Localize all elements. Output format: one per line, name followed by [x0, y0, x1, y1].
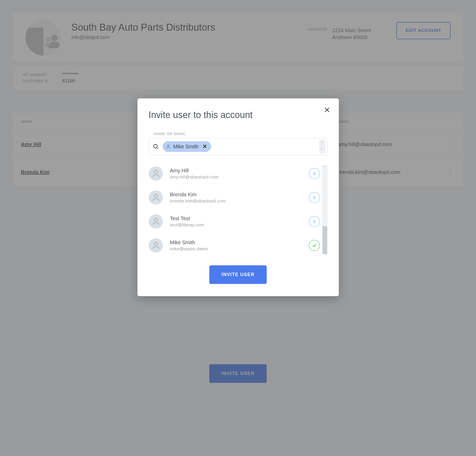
svg-point-6 [154, 194, 157, 198]
user-name: Brenda Kim [170, 192, 226, 198]
invite-user-submit-button[interactable]: INVITE USER [209, 265, 267, 284]
add-user-button[interactable]: + [309, 216, 320, 227]
user-selected-icon[interactable] [309, 240, 320, 251]
avatar [149, 166, 163, 181]
search-field-label: NAME OR EMAIL [154, 132, 328, 136]
list-item: Mike Smith mike@sauto.demo [149, 238, 320, 253]
add-user-button[interactable]: + [309, 168, 320, 179]
user-name: Amy Hill [170, 168, 219, 174]
svg-point-5 [154, 170, 157, 174]
person-icon [166, 144, 171, 149]
user-email: brenda.kim@sbautopd.com [170, 199, 226, 204]
list-item: Test Test test@liferay.com + [149, 214, 320, 229]
chip-label: Mike Smith [173, 144, 199, 150]
spinner-down-icon[interactable]: ˅ [319, 147, 325, 153]
list-item: Amy Hill amy.hill@sbautopd.com + [149, 166, 320, 181]
svg-point-4 [167, 145, 169, 147]
scroll-thumb[interactable] [323, 226, 327, 254]
close-icon[interactable]: ✕ [324, 106, 330, 114]
svg-point-7 [154, 218, 157, 222]
chip-remove-icon[interactable]: ✕ [202, 143, 207, 150]
search-icon [152, 143, 159, 150]
user-name: Test Test [170, 216, 204, 222]
search-field[interactable]: Mike Smith ✕ | ˄ ˅ [149, 138, 328, 155]
add-user-button[interactable]: + [309, 192, 320, 203]
scrollbar[interactable]: ˄ ˅ [322, 165, 328, 254]
user-email: mike@sauto.demo [170, 246, 208, 252]
svg-point-8 [154, 242, 157, 245]
list-item: Brenda Kim brenda.kim@sbautopd.com + [149, 190, 320, 205]
invite-user-modal: ✕ Invite user to this account NAME OR EM… [137, 98, 339, 296]
modal-title: Invite user to this account [149, 110, 328, 120]
selected-user-chip: Mike Smith ✕ [163, 141, 211, 152]
svg-point-2 [153, 144, 157, 148]
scroll-up-icon[interactable]: ˄ [324, 165, 326, 170]
user-results-list: ˄ ˅ Amy Hill amy.hill@sbautopd.com + Bre… [149, 166, 328, 253]
search-input[interactable] [215, 144, 320, 150]
avatar [149, 190, 163, 205]
number-spinner: ˄ ˅ [319, 140, 325, 153]
user-email: test@liferay.com [170, 223, 204, 228]
svg-line-3 [157, 147, 158, 149]
spinner-up-icon[interactable]: ˄ [319, 140, 325, 147]
user-name: Mike Smith [170, 240, 208, 245]
avatar [149, 238, 163, 253]
avatar [149, 214, 163, 229]
user-email: amy.hill@sbautopd.com [170, 175, 219, 180]
